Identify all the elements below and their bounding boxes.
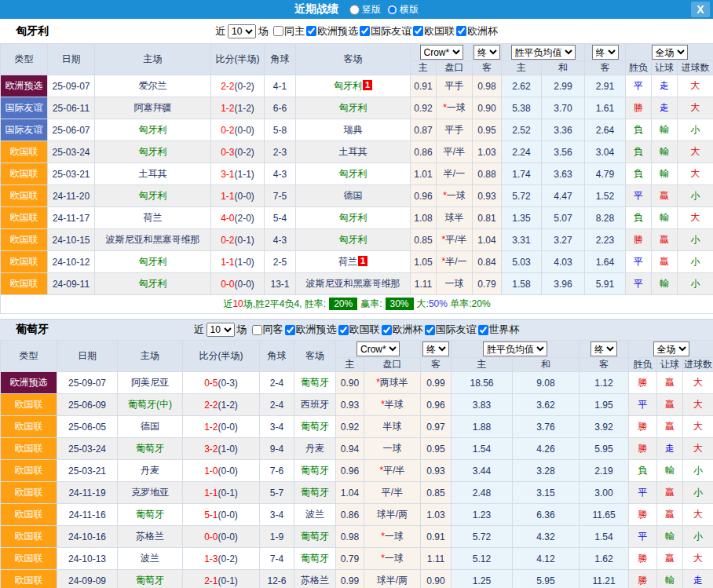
same-venue-input[interactable] [252, 325, 262, 335]
result-goals: 小 [678, 251, 713, 273]
col-type: 类型 [1, 341, 57, 372]
col-result-handicap: 让球 [657, 358, 683, 372]
final-select[interactable]: 终 [474, 45, 500, 60]
corners-cell: 7-6 [260, 460, 294, 482]
final-select[interactable]: 终 [422, 341, 449, 356]
corners-cell: 4-1 [265, 75, 296, 97]
avg-odds-select[interactable]: 胜平负均值 [511, 45, 576, 60]
league-checkbox-input[interactable] [413, 26, 423, 36]
league-checkbox-input[interactable] [338, 325, 349, 335]
match-row: 欧国联25-06-05德国1-2(0-0)3-4葡萄牙0.92半球0.971.8… [1, 416, 713, 438]
home-team: 克罗地亚 [118, 482, 183, 504]
league-checkbox[interactable]: 欧洲预选 [285, 323, 337, 337]
close-icon[interactable]: X [691, 2, 710, 17]
odds-source-select[interactable]: Crow* [420, 45, 463, 60]
match-date: 25-06-07 [48, 119, 95, 141]
avg-draw-odds: 3.96 [542, 273, 585, 295]
corners-cell: 5-7 [260, 482, 294, 504]
portugal-rows: 欧洲预选25-09-07阿美尼亚0-5(0-3)2-4葡萄牙0.90*两球半0.… [1, 372, 713, 588]
fulltime-select[interactable]: 全场 [652, 45, 688, 60]
vertical-radio[interactable] [349, 5, 360, 15]
same-venue-input[interactable] [273, 26, 283, 36]
avg-draw-odds: 3.15 [513, 482, 580, 504]
col-result-wdl: 胜负 [629, 358, 657, 372]
match-date: 25-06-05 [57, 416, 118, 438]
final-select-2[interactable]: 终 [592, 45, 619, 60]
recent-results-window: 近期战绩 竖版 横版 X 匈牙利 近10场同主欧洲预选国际友谊欧国联欧洲杯 [0, 0, 713, 588]
star-mark: * [443, 190, 447, 201]
competition-badge: 欧国联 [1, 526, 57, 548]
league-checkbox[interactable]: 欧洲杯 [456, 24, 498, 38]
home-team: 匈牙利 [95, 273, 211, 295]
match-date: 24-10-16 [57, 526, 118, 548]
league-checkbox[interactable]: 欧洲预选 [306, 24, 358, 38]
league-checkbox[interactable]: 国际友谊 [425, 323, 477, 337]
horizontal-radio[interactable] [387, 5, 397, 15]
fulltime-select[interactable]: 全场 [653, 341, 689, 356]
handicap-line: 一球 [364, 438, 421, 460]
odds-source-cell: Crow* [411, 44, 473, 61]
league-checkbox-input[interactable] [425, 325, 435, 335]
match-date: 24-11-17 [48, 207, 95, 229]
league-checkbox-input[interactable] [382, 325, 392, 335]
games-label: 场 [258, 24, 269, 38]
result-goals: 小 [678, 119, 713, 141]
star-mark: * [441, 234, 445, 245]
handicap-line: *半/一 [437, 251, 473, 273]
league-checkbox[interactable]: 欧国联 [338, 323, 380, 337]
avg-win-odds: 3.44 [452, 460, 513, 482]
result-goals: 走 [683, 570, 713, 588]
near-label: 近 [194, 323, 204, 337]
corners-cell: 9-4 [260, 438, 294, 460]
result-goals: 小 [683, 482, 713, 504]
league-checkbox-input[interactable] [306, 26, 316, 36]
avg-draw-odds: 4.12 [513, 548, 580, 570]
star-mark: * [379, 465, 383, 476]
league-checkbox-input[interactable] [360, 26, 370, 36]
result-goals: 小 [683, 526, 713, 548]
layout-radio-horizontal[interactable]: 横版 [387, 3, 419, 16]
team-title: 葡萄牙 [16, 323, 49, 337]
league-checkbox[interactable]: 欧洲杯 [382, 323, 423, 337]
league-checkbox-input[interactable] [285, 325, 295, 335]
result-wdl: 負 [626, 141, 652, 163]
same-venue-checkbox[interactable]: 同客 [252, 323, 283, 337]
summary-segment: 近 [223, 298, 232, 309]
match-date: 24-11-16 [57, 504, 118, 526]
avg-win-odds: 5.72 [502, 185, 542, 207]
avg-win-odds: 1.35 [502, 207, 542, 229]
league-checkbox-input[interactable] [456, 26, 466, 36]
handicap-home-odds: 1.04 [336, 482, 364, 504]
result-goals: 大 [683, 438, 713, 460]
avg-draw-odds: 4.03 [542, 251, 585, 273]
avg-draw-odds: 5.95 [513, 570, 580, 588]
league-checkbox[interactable]: 世界杯 [478, 323, 520, 337]
avg-win-odds: 1.88 [452, 416, 513, 438]
score-cell: 1-2(0-0) [183, 416, 260, 438]
same-venue-checkbox[interactable]: 同主 [273, 24, 305, 38]
corners-cell: 2-4 [260, 372, 294, 394]
final-select-2[interactable]: 终 [591, 341, 617, 356]
score-cell: 0-2(0-1) [211, 229, 265, 251]
league-checkbox[interactable]: 国际友谊 [360, 24, 411, 38]
handicap-home-odds: 0.96 [411, 185, 437, 207]
col-handicap-line: 盘口 [437, 61, 473, 75]
layout-radio-vertical[interactable]: 竖版 [349, 3, 381, 16]
result-handicap: 贏 [652, 185, 678, 207]
result-wdl: 勝 [629, 548, 657, 570]
recent-count-select[interactable]: 10 [228, 24, 256, 38]
result-wdl: 平 [629, 394, 657, 416]
odds-source-select[interactable]: Crow* [356, 341, 400, 356]
avg-win-odds: 18.56 [452, 372, 513, 394]
corners-cell: 2-4 [260, 394, 294, 416]
recent-count-select[interactable]: 10 [207, 323, 235, 337]
league-checkbox[interactable]: 欧国联 [413, 24, 455, 38]
handicap-home-odds: 1.05 [411, 251, 437, 273]
competition-badge: 欧洲预选 [1, 372, 57, 394]
avg-odds-select[interactable]: 胜平负均值 [483, 341, 547, 356]
league-checkbox-input[interactable] [478, 325, 488, 335]
handicap-line: 半/一 [437, 163, 473, 185]
result-handicap: 輸 [652, 141, 678, 163]
handicap-home-odds: 0.98 [336, 526, 364, 548]
away-team: 匈牙利1 [296, 75, 411, 97]
